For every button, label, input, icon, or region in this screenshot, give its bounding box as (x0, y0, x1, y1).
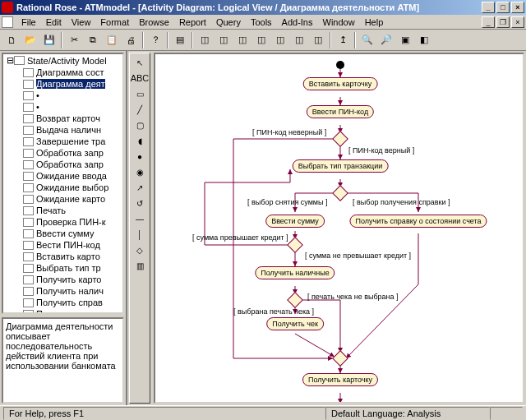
browse-component-button[interactable]: ◫ (290, 31, 308, 49)
start-node[interactable] (336, 61, 344, 69)
model-browser[interactable]: ⊟ State/Activity ModelДиаграмма состДиаг… (2, 53, 124, 314)
minimize-button[interactable]: _ (482, 2, 495, 13)
item-icon (23, 103, 34, 112)
decision-tool[interactable]: ◇ (132, 242, 148, 257)
diagram-canvas[interactable]: Вставить карточку Ввести ПИН-код [ ПИН-к… (154, 53, 524, 404)
item-icon (23, 241, 34, 250)
activity-select-transaction[interactable]: Выбрать тип транзакции (293, 159, 389, 173)
tree-item[interactable]: Ожидание выбор (3, 182, 122, 193)
mdi-minimize-button[interactable]: _ (482, 16, 495, 28)
self-transition-tool[interactable]: ↺ (132, 196, 148, 210)
menu-query[interactable]: Query (211, 16, 246, 29)
paste-button[interactable]: 📋 (103, 31, 121, 49)
browse-state-button[interactable]: ◫ (271, 31, 289, 49)
state-tool[interactable]: ▢ (132, 118, 148, 132)
tree-item[interactable]: • (3, 101, 122, 113)
guard-over-limit: [ сумма превышает кредит ] (192, 233, 288, 242)
mdi-restore-button[interactable]: ❐ (496, 16, 510, 28)
tree-item[interactable]: Выдача наличн (3, 124, 122, 136)
activity-enter-amount[interactable]: Ввести сумму (265, 215, 325, 228)
menu-window[interactable]: Window (318, 16, 360, 29)
activity-tool[interactable]: ◖ (132, 133, 148, 148)
tree-item[interactable]: Обработка запр (3, 147, 122, 159)
tree-item[interactable]: Получить карто (3, 274, 122, 285)
start-tool[interactable]: ● (132, 149, 148, 164)
view-doc-button[interactable]: ▤ (171, 31, 189, 49)
browse-deploy-button[interactable]: ◫ (309, 31, 327, 49)
status-extra (490, 407, 523, 420)
menu-edit[interactable]: Edit (41, 16, 67, 29)
fit-button[interactable]: ▣ (396, 31, 414, 49)
guard-receipt: [ выбрана печать чека ] (233, 307, 314, 316)
folder-icon (14, 56, 25, 65)
cut-button[interactable]: ✂ (65, 31, 83, 49)
note-tool[interactable]: ▭ (132, 86, 148, 101)
tree-item[interactable]: Возврат карточ (3, 113, 122, 124)
new-button[interactable]: 🗋 (2, 31, 21, 49)
activity-get-card[interactable]: Получить карточку (302, 373, 378, 386)
tree-item[interactable]: Вести ПИН-код (3, 239, 122, 251)
maximize-button[interactable]: □ (496, 2, 510, 13)
browse-usecase-button[interactable]: ◫ (215, 31, 233, 49)
tree-item[interactable]: Выбрать тип тр (3, 262, 122, 274)
copy-button[interactable]: ⧉ (84, 31, 102, 49)
documentation-pane[interactable]: Диаграмма деятельности описывает последо… (2, 317, 124, 404)
zoom-out-button[interactable]: 🔎 (377, 31, 395, 49)
menu-help[interactable]: Help (360, 16, 389, 29)
menu-format[interactable]: Format (95, 16, 134, 29)
tree-item[interactable]: Завершение тра (3, 136, 122, 147)
tree-item[interactable]: Обработка запр (3, 159, 122, 170)
swimlane-tool[interactable]: ▥ (132, 258, 148, 273)
activity-get-receipt[interactable]: Получить чек (266, 317, 324, 330)
browse-seq-button[interactable]: ◫ (233, 31, 251, 49)
sync-h-tool[interactable]: — (132, 211, 148, 226)
close-button[interactable]: × (511, 2, 524, 13)
tree-item[interactable]: Ожидание ввода (3, 170, 122, 182)
sync-v-tool[interactable]: │ (132, 227, 148, 242)
menu-view[interactable]: View (67, 16, 96, 29)
menu-add-ins[interactable]: Add-Ins (277, 16, 318, 29)
undo-fit-button[interactable]: ◧ (415, 31, 433, 49)
tool-palette: ↖ ABC ▭ ╱ ▢ ◖ ● ◉ ↗ ↺ — │ ◇ ▥ (129, 53, 150, 404)
guard-within-limit: [ сумма не превышает кредит ] (305, 252, 411, 260)
tree-item[interactable]: Ожидание карто (3, 193, 122, 205)
tree-item[interactable]: Диаграмма сост (3, 67, 122, 78)
guard-pin-wrong: [ ПИН-код неверный ] (252, 128, 326, 136)
item-icon (23, 68, 34, 77)
print-button[interactable]: 🖨 (122, 31, 140, 49)
tree-item[interactable]: Проверка ПИН-к (3, 216, 122, 228)
menu-report[interactable]: Report (174, 16, 211, 29)
mdi-close-button[interactable]: × (511, 16, 524, 28)
item-icon (23, 229, 34, 238)
tree-root[interactable]: ⊟ State/Activity Model (3, 54, 122, 67)
tree-item[interactable]: Получить чек (3, 308, 122, 314)
menu-file[interactable]: File (16, 16, 41, 29)
item-icon (23, 91, 34, 100)
browse-class-button[interactable]: ◫ (196, 31, 214, 49)
zoom-parent-button[interactable]: ↥ (334, 31, 352, 49)
tree-item[interactable]: Получить налич (3, 285, 122, 297)
menu-tools[interactable]: Tools (246, 16, 277, 29)
open-button[interactable]: 📂 (21, 31, 39, 49)
documentation-text: Диаграмма деятельности описывает последо… (6, 321, 116, 371)
text-tool[interactable]: ABC (132, 71, 148, 85)
transition-tool[interactable]: ↗ (132, 180, 148, 195)
activity-insert-card[interactable]: Вставить карточку (303, 77, 378, 90)
tree-item[interactable]: Вставить карто (3, 251, 122, 262)
menu-browse[interactable]: Browse (134, 16, 174, 29)
tree-item[interactable]: • (3, 90, 122, 101)
end-tool[interactable]: ◉ (132, 164, 148, 179)
zoom-in-button[interactable]: 🔍 (358, 31, 376, 49)
tree-item[interactable]: Ввести сумму (3, 228, 122, 239)
activity-get-statement[interactable]: Получить справку о состоянии счета (349, 215, 487, 228)
activity-get-cash[interactable]: Получить наличные (255, 266, 335, 279)
tree-item[interactable]: Печать (3, 205, 122, 216)
anchor-tool[interactable]: ╱ (132, 102, 148, 117)
help-button[interactable]: ？ (146, 31, 164, 49)
tree-item[interactable]: Получить справ (3, 297, 122, 308)
save-button[interactable]: 💾 (40, 31, 58, 49)
browse-collab-button[interactable]: ◫ (252, 31, 270, 49)
activity-enter-pin[interactable]: Ввести ПИН-код (307, 105, 374, 118)
tree-item[interactable]: Диаграмма деят (3, 78, 122, 90)
pointer-tool[interactable]: ↖ (132, 55, 148, 70)
